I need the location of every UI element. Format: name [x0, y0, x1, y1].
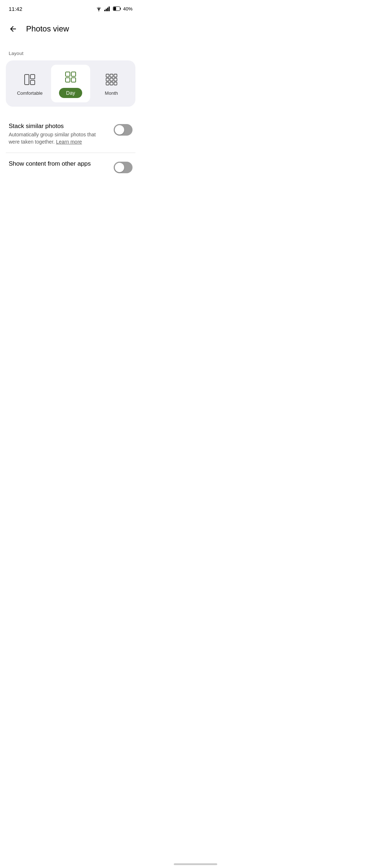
layout-option-comfortable[interactable]: Comfortable: [10, 65, 50, 102]
svg-rect-17: [114, 74, 117, 77]
svg-rect-10: [30, 80, 35, 85]
svg-rect-6: [120, 8, 121, 10]
learn-more-link[interactable]: Learn more: [56, 139, 82, 145]
svg-rect-2: [106, 9, 107, 11]
svg-rect-15: [106, 74, 109, 77]
svg-rect-11: [66, 72, 70, 76]
battery-percentage: 40%: [123, 6, 133, 12]
status-bar: 11:42 40%: [0, 0, 141, 16]
day-label: Day: [59, 88, 83, 98]
svg-rect-3: [107, 8, 108, 11]
stack-similar-row: Stack similar photos Automatically group…: [0, 115, 141, 153]
stack-similar-text: Stack similar photos Automatically group…: [9, 123, 108, 145]
svg-rect-19: [110, 78, 113, 81]
signal-icon: [104, 6, 111, 11]
layout-section-label: Layout: [0, 45, 141, 60]
app-bar: Photos view: [0, 16, 141, 42]
svg-rect-7: [113, 7, 116, 10]
layout-option-day[interactable]: Day: [51, 65, 91, 102]
svg-rect-14: [71, 78, 76, 82]
layout-selector: Comfortable Day: [6, 60, 135, 107]
show-content-text: Show content from other apps: [9, 160, 108, 169]
back-arrow-icon: [9, 25, 17, 33]
show-content-title: Show content from other apps: [9, 160, 108, 167]
day-icon: [64, 71, 77, 84]
svg-rect-16: [110, 74, 113, 77]
page-title: Photos view: [26, 24, 69, 34]
svg-rect-21: [106, 82, 109, 85]
svg-rect-13: [66, 78, 70, 82]
svg-rect-12: [71, 72, 76, 76]
month-label: Month: [105, 90, 118, 96]
status-time: 11:42: [9, 6, 22, 12]
svg-rect-20: [114, 78, 117, 81]
battery-icon: [113, 7, 121, 11]
stack-similar-description: Automatically group similar photos that …: [9, 131, 108, 145]
svg-rect-9: [30, 75, 35, 79]
comfortable-icon: [23, 73, 36, 86]
show-content-row: Show content from other apps: [0, 153, 141, 180]
stack-similar-toggle[interactable]: [114, 124, 133, 136]
status-icons: 40%: [96, 6, 133, 12]
wifi-icon: [96, 6, 102, 11]
stack-similar-title: Stack similar photos: [9, 123, 108, 130]
comfortable-label: Comfortable: [17, 90, 43, 96]
svg-rect-8: [25, 75, 29, 85]
svg-rect-1: [104, 10, 105, 11]
svg-rect-18: [106, 78, 109, 81]
layout-option-month[interactable]: Month: [92, 65, 131, 102]
month-icon: [105, 73, 118, 86]
svg-rect-23: [114, 82, 117, 85]
content-area: Layout Comfortable: [0, 42, 141, 183]
toggle-knob: [115, 125, 124, 135]
back-button[interactable]: [6, 22, 20, 36]
svg-rect-4: [109, 7, 110, 11]
show-content-toggle[interactable]: [114, 162, 133, 173]
svg-point-0: [98, 10, 99, 11]
toggle-knob-2: [115, 163, 124, 172]
svg-rect-22: [110, 82, 113, 85]
